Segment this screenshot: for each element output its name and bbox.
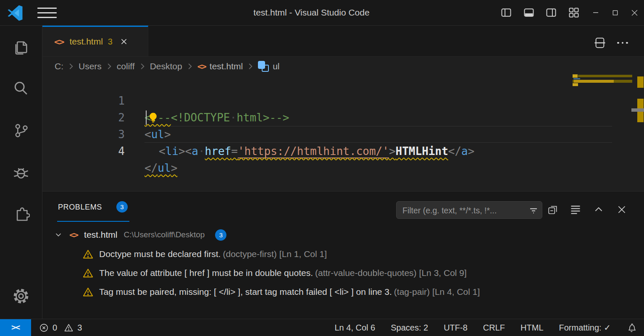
problem-source: (tag-pair) — [394, 287, 430, 297]
vscode-logo-icon — [7, 5, 23, 21]
whitespace-dot: · — [198, 145, 205, 158]
settings-gear-icon[interactable] — [12, 287, 30, 305]
problems-file-name: test.html — [84, 230, 117, 240]
problem-item-3[interactable]: Tag must be paired, missing: [ </li> ], … — [82, 283, 480, 301]
warning-count: 3 — [77, 323, 82, 333]
warning-icon — [82, 286, 94, 298]
remote-icon: >< — [11, 323, 20, 332]
minimize-button[interactable] — [586, 0, 605, 25]
run-and-debug-icon[interactable] — [12, 163, 30, 182]
status-bar: >< 0 3 Ln 4, Col 6 Spaces: 2 UTF-8 CRLF … — [0, 319, 644, 336]
code-line-1[interactable]: 1 <!--<!DOCTYPE·html>--> — [42, 76, 644, 92]
problem-item-1[interactable]: Doctype must be declared first.(doctype-… — [82, 245, 327, 263]
breadcrumb-desktop[interactable]: Desktop — [150, 61, 182, 71]
problems-file-row[interactable]: <> test.html C:\Users\coliff\Desktop 3 — [54, 226, 226, 243]
maximize-panel-icon[interactable] — [592, 203, 605, 216]
lightbulb-icon[interactable] — [148, 112, 158, 123]
link-string: 'https://htmlhint.com/' — [238, 145, 389, 158]
status-language-mode[interactable]: HTML — [520, 323, 543, 333]
problems-filter — [396, 201, 542, 219]
line-number-active[interactable]: 4 — [100, 143, 125, 160]
close-panel-icon[interactable] — [615, 203, 628, 216]
source-control-icon[interactable] — [12, 121, 30, 140]
menu-icon[interactable] — [37, 8, 57, 18]
window-title: test.html - Visual Studio Code — [147, 0, 476, 25]
warning-icon — [64, 323, 74, 333]
symbol-field-icon — [258, 61, 269, 72]
file-problem-count-badge: 3 — [215, 229, 226, 241]
status-problems[interactable]: 0 3 — [39, 319, 82, 336]
close-window-button[interactable] — [625, 0, 644, 25]
problem-message: The value of attribute [ href ] must be … — [99, 268, 313, 278]
problem-source: (doctype-first) — [223, 249, 276, 259]
problem-message: Tag must be paired, missing: [ </li> ], … — [99, 287, 392, 297]
warning-icon — [82, 249, 94, 260]
vscode-window: test.html - Visual Studio Code — [0, 0, 644, 336]
breadcrumb: C: Users coliff Desktop <> test.html ul — [55, 58, 280, 75]
warning-squiggle: href='https://htmlhint.com/'>HTMLHint — [205, 145, 448, 158]
warning-squiggle: </ul> — [145, 162, 177, 174]
remote-indicator[interactable]: >< — [0, 319, 31, 336]
problems-panel: PROBLEMS 3 <> test.html C:\Users\coliff\… — [42, 191, 644, 320]
view-as-table-icon[interactable] — [569, 203, 582, 216]
notifications-bell-icon[interactable] — [626, 323, 636, 333]
breadcrumb-separator-icon — [106, 63, 112, 70]
search-icon[interactable] — [12, 79, 30, 98]
status-cursor-position[interactable]: Ln 4, Col 6 — [334, 323, 375, 333]
collapse-all-icon[interactable] — [547, 203, 559, 216]
breadcrumb-file[interactable]: test.html — [210, 61, 243, 71]
status-eol[interactable]: CRLF — [483, 323, 505, 333]
breadcrumb-separator-icon — [247, 63, 253, 70]
minimap[interactable] — [573, 72, 632, 188]
chevron-down-icon — [54, 230, 63, 239]
toggle-primary-sidebar-icon[interactable] — [499, 6, 513, 19]
code-line-4[interactable]: 4 </ul> — [42, 126, 644, 143]
code-editor[interactable]: 1 <!--<!DOCTYPE·html>--> 2 <ul> 3 <li><a… — [42, 76, 644, 191]
filter-icon — [528, 205, 539, 215]
breadcrumb-separator-icon — [68, 63, 74, 70]
maximize-button[interactable] — [605, 0, 625, 25]
problem-location: [Ln 3, Col 9] — [419, 268, 467, 278]
active-tab-underline — [57, 221, 129, 222]
problem-location: [Ln 4, Col 1] — [432, 287, 480, 297]
toggle-panel-icon[interactable] — [522, 6, 536, 19]
problem-message: Doctype must be declared first. — [99, 249, 221, 259]
customize-layout-icon[interactable] — [567, 6, 581, 19]
overview-ruler[interactable] — [637, 57, 644, 191]
split-editor-icon[interactable] — [593, 36, 607, 50]
breadcrumb-separator-icon — [139, 63, 145, 70]
editor-tab-bar: <> test.html 3 — [42, 26, 644, 57]
breadcrumb-separator-icon — [187, 63, 193, 70]
status-indentation[interactable]: Spaces: 2 — [391, 323, 428, 333]
problem-item-2[interactable]: The value of attribute [ href ] must be … — [82, 264, 467, 282]
status-formatting[interactable]: Formatting: ✓ — [559, 323, 611, 333]
tab-problems[interactable]: PROBLEMS — [58, 203, 102, 212]
extensions-icon[interactable] — [12, 205, 30, 223]
text-cursor — [146, 110, 147, 125]
problem-location: [Ln 1, Col 1] — [279, 249, 327, 259]
code-line-3[interactable]: 3 <li><a·href='https://htmlhint.com/'>HT… — [42, 109, 644, 126]
scrollbar-position-mark[interactable] — [631, 108, 644, 112]
error-count: 0 — [53, 323, 57, 333]
toggle-secondary-sidebar-icon[interactable] — [544, 6, 558, 19]
title-bar: test.html - Visual Studio Code — [0, 0, 644, 26]
breadcrumb-symbol[interactable]: ul — [273, 61, 279, 71]
status-encoding[interactable]: UTF-8 — [444, 323, 468, 333]
problems-count-badge: 3 — [116, 201, 128, 213]
problems-file-path: C:\Users\coliff\Desktop — [124, 230, 205, 239]
error-icon — [39, 323, 49, 333]
breadcrumb-users[interactable]: Users — [79, 61, 102, 71]
tab-problem-count: 3 — [108, 37, 113, 47]
tab-test-html[interactable]: <> test.html 3 — [42, 26, 148, 56]
problem-source: (attr-value-double-quotes) — [315, 268, 417, 278]
tab-close-icon[interactable] — [120, 38, 128, 45]
warning-icon — [82, 268, 94, 279]
breadcrumb-coliff[interactable]: coliff — [117, 61, 135, 71]
tab-label: test.html — [70, 37, 103, 47]
breadcrumb-drive[interactable]: C: — [55, 61, 63, 71]
filter-input[interactable] — [402, 202, 525, 219]
explorer-icon[interactable] — [12, 38, 30, 57]
code-line-2[interactable]: 2 <ul> — [42, 92, 644, 109]
html-file-icon: <> — [69, 230, 78, 240]
more-actions-icon[interactable] — [615, 36, 630, 50]
